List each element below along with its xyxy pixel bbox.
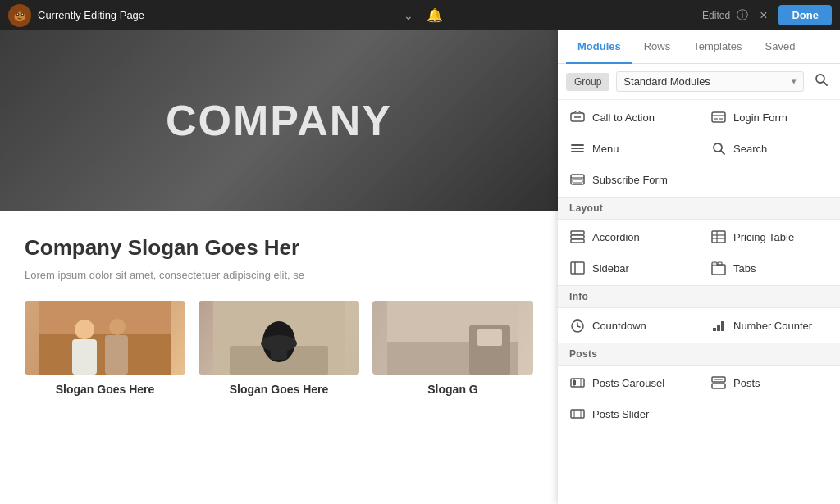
module-grid-posts: Posts Carousel Posts Posts Slider bbox=[558, 366, 840, 431]
top-bar-center: ⌄ 🔔 bbox=[404, 7, 443, 23]
group-button[interactable]: Group bbox=[566, 73, 609, 91]
subscribe-form-icon bbox=[569, 171, 586, 188]
site-logo bbox=[8, 4, 31, 27]
section-header-info: Info bbox=[558, 285, 840, 308]
tab-rows[interactable]: Rows bbox=[632, 30, 682, 64]
module-grid-top: Call to Action Login Form Menu Search bbox=[558, 100, 840, 197]
card-2: Slogan Goes Here bbox=[199, 301, 359, 396]
module-item-tabs[interactable]: Tabs bbox=[699, 252, 840, 284]
svg-rect-39 bbox=[571, 239, 584, 243]
module-item-menu[interactable]: Menu bbox=[558, 133, 699, 164]
call-to-action-icon bbox=[569, 109, 586, 125]
tab-templates[interactable]: Templates bbox=[682, 30, 753, 64]
company-slogan: Company Slogan Goes Her bbox=[25, 235, 533, 261]
card-image-3 bbox=[372, 301, 533, 375]
module-item-subscribe-form[interactable]: Subscribe Form bbox=[558, 164, 699, 195]
group-row: Group Standard Modules ▾ bbox=[558, 64, 840, 100]
section-header-layout: Layout bbox=[558, 197, 840, 220]
hero-overlay: COMPANY bbox=[0, 30, 558, 211]
svg-rect-53 bbox=[713, 328, 716, 331]
svg-point-5 bbox=[22, 13, 23, 14]
svg-rect-44 bbox=[571, 262, 584, 274]
svg-point-8 bbox=[75, 320, 94, 339]
module-item-login-form[interactable]: Login Form bbox=[699, 102, 840, 133]
module-item-call-to-action[interactable]: Call to Action bbox=[558, 102, 699, 133]
search-button[interactable] bbox=[810, 70, 832, 93]
module-label-subscribe-form: Subscribe Form bbox=[592, 174, 668, 186]
right-panel: Modules Rows Templates Saved Group Stand… bbox=[558, 30, 840, 504]
edited-badge: Edited bbox=[702, 10, 730, 21]
svg-rect-55 bbox=[721, 321, 724, 331]
page-inner: Company Slogan Goes Her Lorem ipsum dolo… bbox=[0, 211, 558, 396]
svg-line-33 bbox=[721, 151, 724, 154]
svg-point-10 bbox=[109, 319, 126, 335]
module-item-sidebar[interactable]: Sidebar bbox=[558, 252, 699, 284]
number-counter-icon bbox=[710, 317, 727, 334]
help-icon[interactable]: ⓘ bbox=[737, 8, 748, 23]
chevron-down-icon: ▾ bbox=[792, 76, 797, 87]
svg-rect-46 bbox=[712, 265, 725, 275]
svg-rect-47 bbox=[712, 262, 717, 266]
module-label-posts-slider: Posts Slider bbox=[592, 408, 649, 420]
svg-rect-63 bbox=[571, 410, 584, 418]
svg-rect-37 bbox=[571, 231, 584, 234]
svg-rect-61 bbox=[712, 384, 725, 388]
svg-rect-25 bbox=[712, 112, 725, 122]
module-grid-info: Countdown Number Counter bbox=[558, 308, 840, 343]
group-select-wrapper[interactable]: Standard Modules ▾ bbox=[616, 71, 804, 92]
module-item-number-counter[interactable]: Number Counter bbox=[699, 310, 840, 341]
card-label-3: Slogan G bbox=[372, 383, 533, 396]
module-label-posts-carousel: Posts Carousel bbox=[592, 377, 664, 389]
svg-rect-9 bbox=[72, 339, 97, 375]
card-3: Slogan G bbox=[372, 301, 533, 396]
module-grid-layout: Accordion Pricing Table Sidebar Tabs bbox=[558, 220, 840, 285]
module-label-posts: Posts bbox=[733, 377, 760, 389]
sidebar-icon bbox=[569, 260, 586, 276]
top-bar-right: Edited ⓘ × Done bbox=[702, 5, 832, 26]
page-content: COMPANY Company Slogan Goes Her Lorem ip… bbox=[0, 30, 558, 504]
menu-icon bbox=[569, 140, 586, 157]
bell-icon[interactable]: 🔔 bbox=[427, 7, 443, 23]
module-label-countdown: Countdown bbox=[592, 320, 646, 332]
module-item-posts-slider[interactable]: Posts Slider bbox=[558, 398, 699, 429]
close-button[interactable]: × bbox=[755, 5, 772, 26]
svg-rect-38 bbox=[571, 235, 584, 238]
module-item-posts[interactable]: Posts bbox=[699, 367, 840, 398]
tab-saved[interactable]: Saved bbox=[754, 30, 807, 64]
group-select-text: Standard Modules bbox=[623, 75, 710, 88]
svg-line-51 bbox=[578, 326, 580, 327]
top-bar: Currently Editing Page ⌄ 🔔 Edited ⓘ × Do… bbox=[0, 0, 840, 30]
module-label-sidebar: Sidebar bbox=[592, 262, 629, 275]
card-label-1: Slogan Goes Here bbox=[25, 383, 185, 396]
lorem-text: Lorem ipsum dolor sit amet, consectetuer… bbox=[25, 269, 533, 281]
card-image-1 bbox=[25, 301, 185, 375]
tab-modules[interactable]: Modules bbox=[566, 30, 632, 64]
module-item-countdown[interactable]: Countdown bbox=[558, 310, 699, 341]
module-label-call-to-action: Call to Action bbox=[592, 111, 655, 124]
done-button[interactable]: Done bbox=[778, 5, 832, 25]
module-item-posts-carousel[interactable]: Posts Carousel bbox=[558, 367, 699, 398]
tabs-icon bbox=[710, 260, 727, 276]
posts-slider-icon bbox=[569, 406, 586, 422]
module-label-menu: Menu bbox=[592, 143, 619, 155]
module-label-accordion: Accordion bbox=[592, 231, 640, 243]
login-form-icon bbox=[710, 109, 727, 125]
section-header-posts: Posts bbox=[558, 343, 840, 366]
svg-line-22 bbox=[824, 82, 827, 85]
page-title: Currently Editing Page bbox=[38, 9, 144, 21]
module-label-pricing-table: Pricing Table bbox=[733, 231, 794, 243]
posts-icon bbox=[710, 375, 727, 391]
posts-carousel-icon bbox=[569, 375, 586, 391]
card-label-2: Slogan Goes Here bbox=[199, 383, 359, 396]
module-label-search: Search bbox=[733, 143, 767, 155]
svg-rect-54 bbox=[717, 325, 720, 331]
svg-rect-59 bbox=[573, 380, 576, 385]
module-item-accordion[interactable]: Accordion bbox=[558, 221, 699, 252]
cards-row: Slogan Goes Here Slogan Goes Here bbox=[25, 301, 533, 396]
svg-point-4 bbox=[17, 13, 18, 14]
module-item-search[interactable]: Search bbox=[699, 133, 840, 164]
chevron-down-icon[interactable]: ⌄ bbox=[404, 9, 413, 22]
accordion-icon bbox=[569, 229, 586, 245]
module-item-pricing-table[interactable]: Pricing Table bbox=[699, 221, 840, 252]
card-image-2 bbox=[199, 301, 359, 375]
